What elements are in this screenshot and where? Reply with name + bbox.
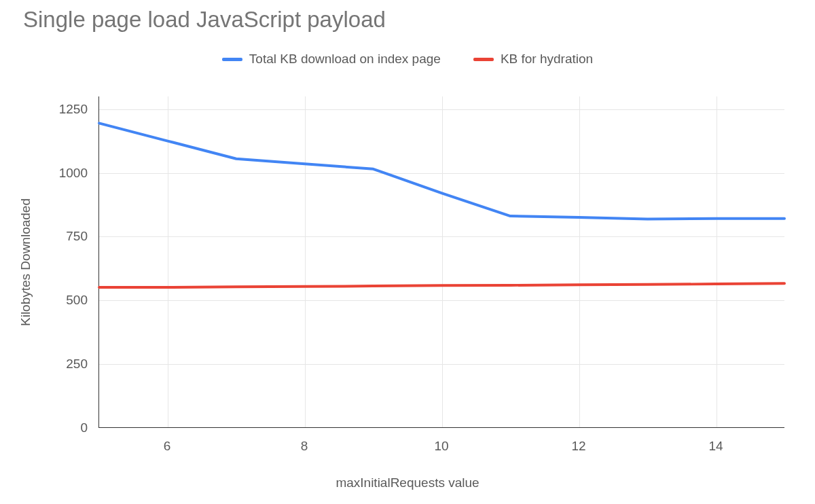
chart-container: Single page load JavaScript payload Tota… bbox=[0, 0, 815, 504]
series-line bbox=[99, 283, 784, 287]
y-tick-label: 0 bbox=[80, 420, 88, 435]
x-tick-label: 14 bbox=[708, 439, 723, 454]
legend-label-hydration: KB for hydration bbox=[501, 52, 593, 67]
y-tick-label: 1000 bbox=[59, 166, 88, 181]
y-tick-label: 250 bbox=[66, 357, 88, 372]
legend-swatch-total bbox=[222, 58, 242, 61]
y-tick-label: 1250 bbox=[59, 102, 88, 117]
y-tick-label: 750 bbox=[66, 229, 88, 244]
x-tick-label: 10 bbox=[434, 439, 448, 454]
chart-title: Single page load JavaScript payload bbox=[23, 7, 386, 33]
x-tick-label: 12 bbox=[571, 439, 585, 454]
legend: Total KB download on index page KB for h… bbox=[0, 52, 815, 67]
plot-area bbox=[98, 96, 784, 428]
series-lines bbox=[99, 96, 784, 427]
series-line bbox=[99, 123, 784, 219]
x-axis-title: maxInitialRequests value bbox=[0, 475, 815, 490]
legend-label-total: Total KB download on index page bbox=[249, 52, 441, 67]
x-tick-label: 8 bbox=[301, 439, 308, 454]
y-tick-label: 500 bbox=[66, 293, 88, 308]
x-tick-label: 6 bbox=[164, 439, 171, 454]
y-axis-title: Kilobytes Downloaded bbox=[18, 198, 33, 326]
legend-item-total: Total KB download on index page bbox=[222, 52, 441, 67]
legend-item-hydration: KB for hydration bbox=[473, 52, 593, 67]
legend-swatch-hydration bbox=[473, 58, 494, 61]
